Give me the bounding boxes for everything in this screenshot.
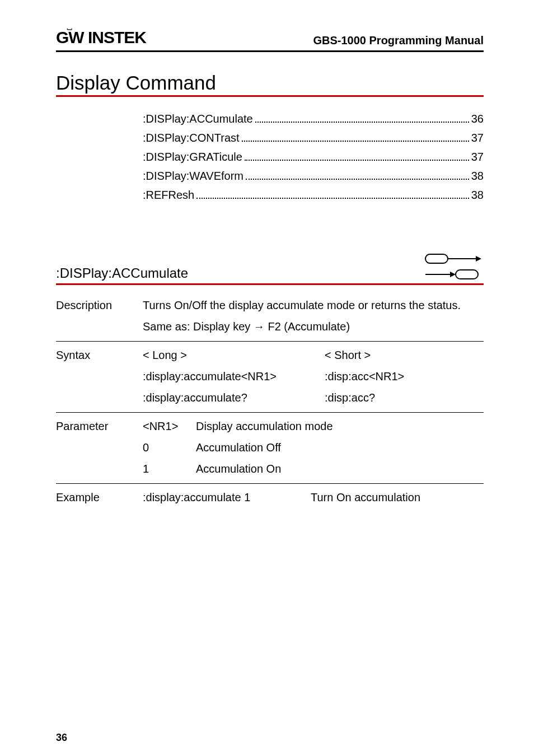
toc-page: 38 xyxy=(471,166,484,185)
toc-page: 38 xyxy=(471,185,484,204)
section-content: Turns On/Off the display accumulate mode… xyxy=(143,296,484,335)
syntax-long: :display:accumulate<NR1> xyxy=(143,367,325,385)
syntax-long: :display:accumulate? xyxy=(143,389,325,407)
toc-entry: :DISPlay:CONTrast 37 xyxy=(143,128,484,147)
section-label: Parameter xyxy=(56,417,143,478)
toc-list: :DISPlay:ACCumulate 36 :DISPlay:CONTrast… xyxy=(143,109,484,204)
svg-marker-4 xyxy=(450,272,456,277)
section-content: < Long > < Short > :display:accumulate<N… xyxy=(143,346,484,407)
param-key: 0 xyxy=(143,438,196,456)
description-section: Description Turns On/Off the display acc… xyxy=(56,292,484,342)
toc-leader xyxy=(246,179,469,180)
svg-rect-5 xyxy=(456,270,478,279)
section-content: <NR1> Display accumulation mode 0 Accumu… xyxy=(143,417,484,478)
param-value: Accumulation Off xyxy=(196,438,484,456)
toc-entry: :REFResh 38 xyxy=(143,185,484,204)
page-number: 36 xyxy=(56,732,67,744)
toc-entry: :DISPlay:ACCumulate 36 xyxy=(143,109,484,128)
logo-text: G⎵W INSTEK xyxy=(56,28,146,47)
example-section: Example :display:accumulate 1 Turn On ac… xyxy=(56,484,484,512)
section-content: :display:accumulate 1 Turn On accumulati… xyxy=(143,488,484,506)
chapter-heading: Display Command xyxy=(56,72,484,97)
toc-leader xyxy=(255,122,469,123)
toc-label[interactable]: :REFResh xyxy=(143,185,194,204)
param-key: <NR1> xyxy=(143,417,196,435)
toc-page: 37 xyxy=(471,128,484,147)
syntax-section: Syntax < Long > < Short > :display:accum… xyxy=(56,342,484,413)
description-text: Turns On/Off the display accumulate mode… xyxy=(143,296,484,314)
syntax-short-header: < Short > xyxy=(325,346,484,364)
section-label: Example xyxy=(56,488,143,506)
toc-leader xyxy=(245,160,469,161)
toc-label[interactable]: :DISPlay:GRATicule xyxy=(143,147,242,166)
param-key: 1 xyxy=(143,460,196,478)
section-label: Description xyxy=(56,296,143,335)
toc-leader xyxy=(196,198,469,199)
toc-page: 36 xyxy=(471,109,484,128)
parameter-section: Parameter <NR1> Display accumulation mod… xyxy=(56,413,484,484)
toc-label[interactable]: :DISPlay:WAVEform xyxy=(143,166,243,185)
syntax-short: :disp:acc? xyxy=(325,389,484,407)
example-result: Turn On accumulation xyxy=(311,488,484,506)
param-value: Display accumulation mode xyxy=(196,417,484,435)
toc-entry: :DISPlay:WAVEform 38 xyxy=(143,166,484,185)
brand-logo: G⎵W INSTEK xyxy=(56,28,146,47)
toc-leader xyxy=(242,141,469,142)
command-header: :DISPlay:ACCumulate xyxy=(56,252,484,285)
syntax-long-header: < Long > xyxy=(143,346,325,364)
param-value: Accumulation On xyxy=(196,460,484,478)
syntax-short: :disp:acc<NR1> xyxy=(325,367,484,385)
toc-label[interactable]: :DISPlay:ACCumulate xyxy=(143,109,253,128)
description-sub: Same as: Display key → F2 (Accumulate) xyxy=(143,318,484,335)
svg-rect-0 xyxy=(425,254,448,263)
set-query-icon xyxy=(422,252,484,281)
example-command: :display:accumulate 1 xyxy=(143,488,311,506)
toc-entry: :DISPlay:GRATicule 37 xyxy=(143,147,484,166)
svg-marker-2 xyxy=(476,256,481,262)
toc-page: 37 xyxy=(471,147,484,166)
command-name: :DISPlay:ACCumulate xyxy=(56,265,188,281)
toc-label[interactable]: :DISPlay:CONTrast xyxy=(143,128,240,147)
page-header: G⎵W INSTEK GBS-1000 Programming Manual xyxy=(56,28,484,52)
manual-title: GBS-1000 Programming Manual xyxy=(313,34,484,47)
section-label: Syntax xyxy=(56,346,143,407)
